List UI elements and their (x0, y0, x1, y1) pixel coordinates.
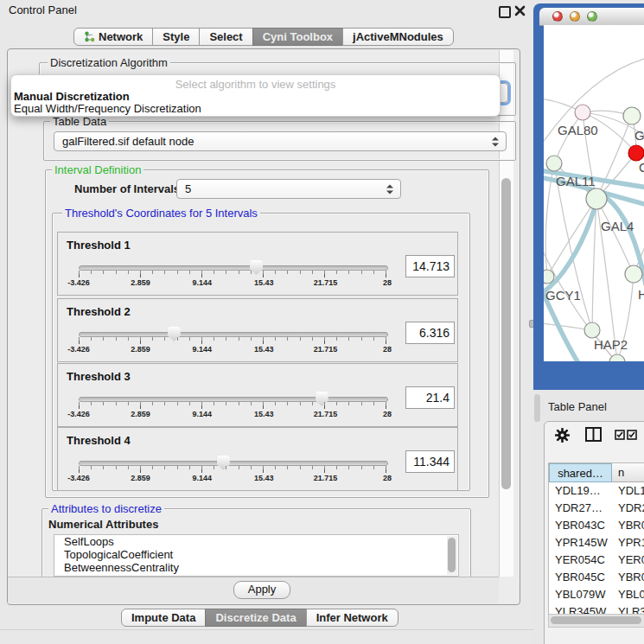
scale-label: 2.859 (131, 474, 150, 482)
table-row[interactable]: YBL079WYBL0 (549, 586, 644, 603)
threshold-panel: Threshold 1-3.4262.8599.14415.4321.71528… (57, 232, 458, 296)
panel-title: Control Panel (9, 3, 77, 16)
zoom-traffic-light-icon[interactable] (587, 11, 597, 22)
tab-label: Select (209, 30, 242, 43)
tab-jactivemnodules[interactable]: jActiveMNodules (342, 28, 454, 46)
network-node[interactable] (584, 322, 600, 338)
table-row[interactable]: YER054CYER0 (549, 552, 644, 569)
network-node-label: GAL4 (601, 219, 634, 233)
threshold-value-field[interactable]: 11.344 (405, 450, 455, 473)
tab-style[interactable]: Style (152, 28, 200, 46)
algorithm-option[interactable]: Equal Width/Frequency Discretization (14, 102, 201, 115)
threshold-value-field[interactable]: 14.713 (405, 255, 455, 277)
table-data-label: Table Data (50, 116, 109, 127)
network-node-label: GCY1 (545, 288, 581, 303)
network-view-window: GAL80GACGAL11GAL4GCY1HHAP2 (533, 3, 644, 390)
column-header[interactable]: shared… (549, 463, 612, 482)
algorithm-option[interactable]: Manual Discretization (14, 90, 130, 103)
threshold-value-field[interactable]: 6.316 (405, 322, 455, 344)
close-icon[interactable] (514, 5, 526, 16)
slider-minor-ticks (79, 466, 387, 469)
slider-minor-ticks (79, 271, 387, 274)
node-table[interactable]: shared…n YDL19…YDL1YDR27…YDR2YBR043CYBR0… (548, 462, 644, 615)
select-columns-icon[interactable] (615, 430, 639, 440)
discretization-algorithm-label: Discretization Algorithm (48, 57, 170, 68)
tab-label: Impute Data (131, 611, 195, 624)
number-of-intervals-label: Number of Intervals (74, 182, 180, 195)
attributes-group-label: Attributes to discretize (48, 503, 164, 514)
list-scrollbar-thumb[interactable] (448, 538, 456, 572)
table-cell: YDR27… (549, 500, 612, 517)
network-node[interactable] (586, 188, 607, 209)
number-of-intervals-value: 5 (185, 182, 191, 195)
network-node[interactable] (544, 270, 554, 284)
tab-discretize-data[interactable]: Discretize Data (205, 609, 306, 627)
threshold-panel: Threshold 2-3.4262.8599.14415.4321.71528… (57, 298, 458, 362)
application-window: Control Panel NetworkStyleSelectCyni Too… (0, 0, 644, 644)
slider-scale-labels: -3.4262.8599.14415.4321.71528 (79, 474, 387, 483)
tab-label: Network (99, 30, 143, 43)
split-view-icon[interactable] (585, 427, 602, 442)
table-hscrollbar-track[interactable] (548, 614, 644, 628)
network-node[interactable] (625, 265, 642, 283)
table-row[interactable]: YBR045CYBR0 (549, 569, 644, 586)
slider-scale-labels: -3.4262.8599.14415.4321.71528 (79, 410, 387, 419)
attribute-list-item[interactable]: TopologicalCoefficient (54, 548, 458, 561)
bottom-tab-bar: Impute DataDiscretize DataInfer Network (121, 609, 399, 627)
network-node-label: GAL80 (558, 123, 598, 137)
scale-label: 9.144 (193, 410, 213, 418)
scale-label: 2.859 (131, 278, 150, 287)
slider-minor-ticks (79, 337, 387, 341)
scale-label: 15.43 (254, 278, 274, 287)
float-window-icon[interactable] (499, 6, 511, 18)
top-tab-bar: NetworkStyleSelectCyni ToolboxjActiveMNo… (73, 28, 454, 46)
apply-button[interactable]: Apply (233, 581, 290, 599)
network-node-label: HAP2 (594, 337, 628, 352)
scale-label: 28 (383, 474, 392, 482)
tab-select[interactable]: Select (199, 28, 252, 46)
tab-cyni-toolbox[interactable]: Cyni Toolbox (252, 28, 343, 46)
number-of-intervals-combobox[interactable]: 5 (176, 179, 401, 199)
table-hscrollbar-thumb[interactable] (551, 616, 641, 624)
tab-network[interactable]: Network (73, 28, 153, 46)
network-node[interactable] (546, 156, 562, 171)
gear-icon[interactable] (555, 428, 570, 443)
minimize-traffic-light-icon[interactable] (570, 11, 580, 22)
network-window-titlebar[interactable] (539, 8, 644, 26)
tab-impute-data[interactable]: Impute Data (121, 609, 206, 627)
scale-label: 15.43 (254, 410, 274, 418)
table-data-combobox[interactable]: galFiltered.sif default node (54, 131, 507, 151)
threshold-label: Threshold 3 (67, 370, 131, 383)
table-row[interactable]: YBR043CYBR0 (549, 517, 644, 534)
threshold-value-field[interactable]: 21.4 (405, 386, 455, 409)
table-panel-title: Table Panel (548, 400, 607, 413)
attribute-list-item[interactable]: BetweennessCentrality (54, 561, 458, 574)
column-header[interactable]: n (612, 463, 644, 482)
numerical-attributes-list[interactable]: SelfLoopsTopologicalCoefficientBetweenne… (54, 534, 459, 577)
table-row[interactable]: YDL19…YDL1 (549, 482, 644, 500)
threshold-panel: Threshold 4-3.4262.8599.14415.4321.71528… (57, 427, 458, 491)
scale-label: 15.43 (254, 474, 274, 482)
algorithm-dropdown-popup: Select algorithm to view settings Manual… (10, 74, 501, 117)
table-cell: YBR0 (612, 517, 644, 534)
combo-arrows-icon (492, 137, 498, 146)
table-cell: YDL19… (549, 482, 612, 500)
table-row[interactable]: YDR27…YDR2 (549, 500, 644, 517)
scale-label: 28 (383, 410, 392, 418)
panel-scrollbar-thumb[interactable] (501, 178, 511, 489)
network-node[interactable] (575, 105, 590, 120)
tab-infer-network[interactable]: Infer Network (306, 609, 399, 627)
slider-minor-ticks (79, 402, 387, 405)
network-canvas[interactable]: GAL80GACGAL11GAL4GCY1HHAP2 (544, 25, 644, 361)
close-traffic-light-icon[interactable] (552, 11, 563, 22)
table-cell: YER0 (612, 552, 644, 569)
network-node[interactable] (623, 107, 641, 124)
attribute-list-item[interactable]: SelfLoops (54, 535, 458, 548)
divider (0, 629, 534, 630)
list-scrollbar-track[interactable] (447, 536, 457, 575)
table-cell: YPR1 (612, 534, 644, 552)
scrollbar-fragment[interactable] (534, 394, 540, 422)
network-node[interactable] (628, 145, 644, 161)
table-cell: YBR045C (549, 569, 612, 586)
table-row[interactable]: YPR145WYPR1 (549, 534, 644, 552)
